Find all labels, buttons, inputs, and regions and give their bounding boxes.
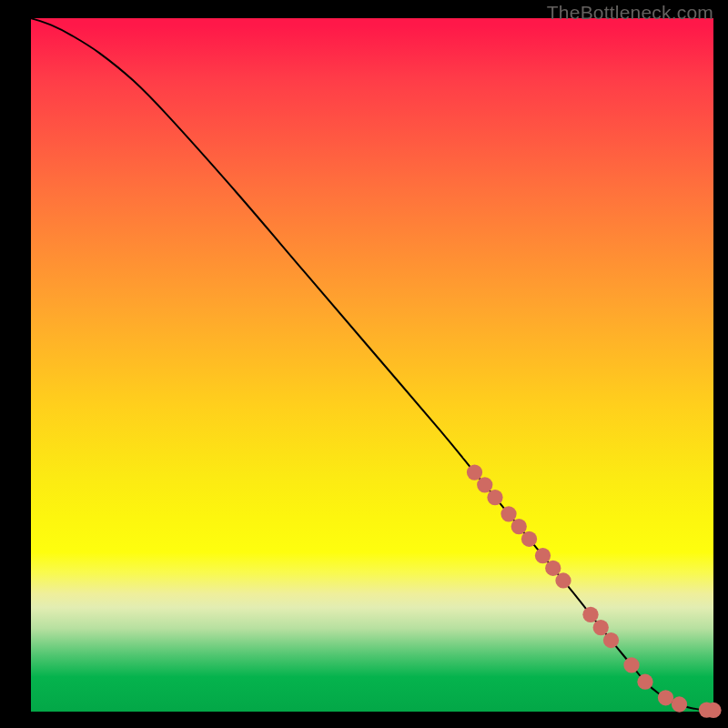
data-dot <box>603 632 619 648</box>
chart-root: TheBottleneck.com <box>0 0 728 728</box>
data-dots <box>467 464 722 718</box>
chart-overlay <box>0 0 728 728</box>
data-dot <box>467 464 482 480</box>
curve-line <box>31 18 713 710</box>
data-dot <box>555 572 571 588</box>
data-dot <box>477 477 492 492</box>
data-dot <box>545 561 561 576</box>
data-dot <box>511 519 527 534</box>
data-dot <box>521 531 537 547</box>
data-dot <box>582 607 598 622</box>
data-dot <box>593 620 609 635</box>
data-dot <box>500 506 516 521</box>
data-dot <box>705 703 721 718</box>
curve-path <box>31 18 713 710</box>
data-dot <box>672 696 687 712</box>
data-dot <box>535 548 551 563</box>
data-dot <box>658 690 673 705</box>
data-dot <box>637 674 652 690</box>
data-dot <box>487 490 502 505</box>
data-dot <box>623 657 639 672</box>
